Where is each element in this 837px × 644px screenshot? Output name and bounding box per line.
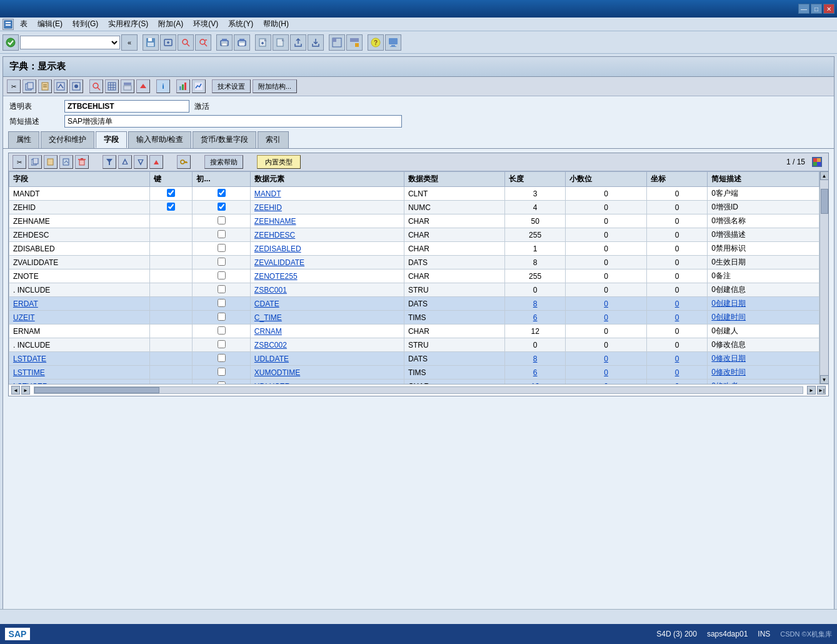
cell-init[interactable] xyxy=(193,338,250,352)
cell-key[interactable] xyxy=(149,352,193,366)
sort-desc-btn[interactable] xyxy=(134,155,148,169)
menu-edit[interactable]: 编辑(E) xyxy=(34,18,66,31)
info-btn[interactable]: i xyxy=(156,79,170,93)
cell-init[interactable] xyxy=(193,366,250,380)
paste2-btn[interactable] xyxy=(44,155,58,169)
download-btn[interactable] xyxy=(308,34,324,51)
cell-init[interactable] xyxy=(193,228,250,242)
tab-trans[interactable]: 交付和维护 xyxy=(41,131,94,148)
import-btn[interactable] xyxy=(273,34,289,51)
tab-index[interactable]: 索引 xyxy=(258,131,289,148)
h-scroll-end[interactable]: ►| xyxy=(817,386,826,395)
cell-field[interactable]: LSTUSER xyxy=(9,380,150,385)
h-scroll-thumb[interactable] xyxy=(34,387,159,393)
cell-init[interactable] xyxy=(193,269,250,283)
builtin-type-btn[interactable]: 内置类型 xyxy=(257,155,301,169)
desc-input[interactable] xyxy=(64,115,402,128)
append-btn[interactable] xyxy=(59,155,73,169)
menu-table[interactable]: 表 xyxy=(16,18,31,31)
cell-key[interactable] xyxy=(149,242,193,256)
paste-btn[interactable] xyxy=(38,79,52,93)
copy2-btn[interactable] xyxy=(28,155,42,169)
cell-key[interactable] xyxy=(149,297,193,311)
cell-field[interactable]: LSTTIME xyxy=(9,366,150,380)
cut-btn[interactable]: ✂ xyxy=(7,79,21,93)
menu-add[interactable]: 附加(A) xyxy=(154,18,187,31)
tab-attr[interactable]: 属性 xyxy=(8,131,39,148)
cell-key[interactable] xyxy=(149,283,193,297)
scroll-thumb[interactable] xyxy=(821,189,828,214)
cell-element[interactable]: CRNAM xyxy=(250,325,404,338)
app-icon[interactable] xyxy=(3,19,14,30)
nav-back[interactable]: « xyxy=(121,34,138,51)
cell-element[interactable]: ZENOTE255 xyxy=(250,269,404,283)
h-scroll-right2[interactable]: ► xyxy=(807,386,816,395)
delete-btn[interactable] xyxy=(75,155,89,169)
maximize-button[interactable]: □ xyxy=(811,4,822,14)
filter-btn[interactable] xyxy=(103,155,116,169)
cell-element[interactable]: ZSBC001 xyxy=(250,283,404,297)
cell-key[interactable] xyxy=(149,256,193,269)
scissors-btn[interactable]: ✂ xyxy=(13,155,26,169)
h-scroll-right[interactable]: ► xyxy=(21,386,30,395)
command-dropdown[interactable] xyxy=(20,36,120,49)
scroll-up-btn[interactable]: ▲ xyxy=(820,171,829,180)
cell-element[interactable]: CDATE xyxy=(250,297,404,311)
cell-element[interactable]: UDLUSER xyxy=(250,380,404,385)
find-btn[interactable] xyxy=(178,34,194,51)
menu-goto[interactable]: 转到(G) xyxy=(69,18,102,31)
layout2-btn[interactable] xyxy=(346,34,363,51)
cell-init[interactable] xyxy=(193,242,250,256)
cell-key[interactable] xyxy=(149,269,193,283)
cell-element[interactable]: C_TIME xyxy=(250,311,404,325)
cell-element[interactable]: ZEEHID xyxy=(250,201,404,214)
help-btn[interactable]: ? xyxy=(368,34,384,51)
cell-init[interactable] xyxy=(193,352,250,366)
chart-btn[interactable] xyxy=(176,79,190,93)
cell-element[interactable]: ZEDISABLED xyxy=(250,242,404,256)
cell-field[interactable]: LSTDATE xyxy=(9,352,150,366)
h-scroll-left[interactable]: ◄ xyxy=(11,386,20,395)
btn5[interactable] xyxy=(69,79,83,93)
cell-init[interactable] xyxy=(193,297,250,311)
cell-init[interactable] xyxy=(193,187,250,201)
menu-utilities[interactable]: 实用程序(S) xyxy=(104,18,152,31)
cell-element[interactable]: ZSBC002 xyxy=(250,338,404,352)
export-btn[interactable] xyxy=(255,34,271,51)
move-up-btn[interactable] xyxy=(149,155,163,169)
shortcut-btn[interactable] xyxy=(160,34,176,51)
scrollbar-v[interactable]: ▲ ▼ xyxy=(819,171,828,384)
sysinfo-btn[interactable] xyxy=(385,34,401,51)
cell-field[interactable]: UZEIT xyxy=(9,311,150,325)
tab-input[interactable]: 输入帮助/检查 xyxy=(128,131,191,148)
cell-init[interactable] xyxy=(193,325,250,338)
menu-help[interactable]: 帮助(H) xyxy=(259,18,293,31)
cell-key[interactable] xyxy=(149,311,193,325)
print-btn[interactable] xyxy=(216,34,233,51)
print2-btn[interactable] xyxy=(234,34,250,51)
tab-currency[interactable]: 货币/数量字段 xyxy=(193,131,256,148)
cell-key[interactable] xyxy=(149,201,193,214)
table-btn[interactable] xyxy=(121,79,134,93)
cell-init[interactable] xyxy=(193,214,250,228)
cell-element[interactable]: XUMODTIME xyxy=(250,366,404,380)
cell-key[interactable] xyxy=(149,214,193,228)
search-help-btn[interactable]: 搜索帮助 xyxy=(204,155,243,169)
cell-element[interactable]: MANDT xyxy=(250,187,404,201)
tab-fields[interactable]: 字段 xyxy=(96,131,127,148)
cell-element[interactable]: ZEEHDESC xyxy=(250,228,404,242)
cell-field[interactable]: ERDAT xyxy=(9,297,150,311)
cell-element[interactable]: ZEEHNAME xyxy=(250,214,404,228)
layout-btn[interactable] xyxy=(329,34,345,51)
cell-key[interactable] xyxy=(149,325,193,338)
scroll-down-btn[interactable]: ▼ xyxy=(820,375,829,384)
cell-key[interactable] xyxy=(149,228,193,242)
key-btn[interactable] xyxy=(177,155,191,169)
cell-init[interactable] xyxy=(193,311,250,325)
cell-init[interactable] xyxy=(193,256,250,269)
grid-btn[interactable] xyxy=(105,79,119,93)
btn4[interactable] xyxy=(54,79,68,93)
table-input[interactable] xyxy=(64,100,189,113)
tech-settings-btn[interactable]: 技术设置 xyxy=(212,79,251,93)
find-next-btn[interactable] xyxy=(195,34,211,51)
